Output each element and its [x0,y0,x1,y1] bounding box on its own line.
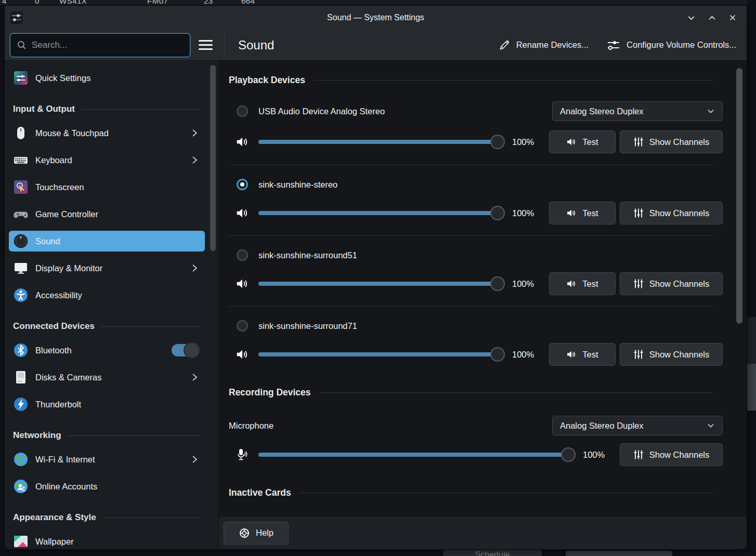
window-title: Sound — System Settings [5,13,747,22]
mic-volume-slider[interactable] [258,447,576,462]
configure-volume-controls-button[interactable]: Configure Volume Controls... [606,38,736,52]
device-row-microphone: Microphone Analog Stereo Duplex [229,416,723,435]
bluetooth-toggle[interactable] [172,344,199,356]
device-name: Microphone [229,421,273,431]
sidebar-item-keyboard[interactable]: Keyboard [9,150,205,170]
footer-bar: Help [219,516,747,549]
chevron-right-icon [191,155,199,165]
chevron-down-icon [707,421,715,430]
sidebar-item-wifi-internet[interactable]: Wi-Fi & Internet [9,449,205,470]
sidebar-item-mouse-touchpad[interactable]: Mouse & Touchpad [9,123,205,143]
show-channels-button[interactable]: Show Channels [620,343,723,366]
slider-groove[interactable] [258,282,499,286]
bg-text: 664 [241,0,255,5]
slider-groove[interactable] [258,140,499,144]
volume-percent: 100% [512,137,539,147]
help-button[interactable]: Help [224,522,289,545]
slider-handle[interactable] [561,447,576,462]
default-device-radio[interactable] [237,320,248,332]
slider-groove[interactable] [258,211,499,215]
search-input[interactable] [32,40,184,50]
content-scrollbar-thumb[interactable] [736,68,742,324]
slider-handle[interactable] [490,206,505,220]
sidebar-item-accessibility[interactable]: Accessibility [9,285,205,306]
bg-text: 23 [204,0,213,5]
close-button[interactable] [728,13,737,22]
show-channels-button[interactable]: Show Channels [620,443,723,466]
speaker-icon [566,279,577,289]
page-title: Sound [238,38,274,52]
hard-drive-icon [13,369,29,385]
main-panel: Playback Devices USB Audio Device Analog… [219,61,747,549]
chevron-down-icon [707,107,715,115]
sidebar-item-touchscreen[interactable]: Touchscreen [9,177,205,197]
speaker-icon [566,137,577,147]
sidebar-item-display-monitor[interactable]: Display & Monitor [9,258,205,279]
schedule-label: Schedule [475,550,510,556]
sound-settings-content: Playback Devices USB Audio Device Analog… [219,61,747,516]
speaker-icon [566,208,577,218]
menu-button[interactable] [199,37,215,54]
show-channels-button[interactable]: Show Channels [620,130,723,153]
slider-handle[interactable] [490,276,505,291]
volume-percent: 100% [512,350,539,360]
channels-icon [633,449,644,460]
minimize-button[interactable] [686,13,696,22]
background-window-fragment [747,317,756,364]
volume-knob-icon [13,233,29,249]
gamepad-icon [13,206,29,222]
sidebar-scrollbar[interactable] [210,64,216,546]
toolbar: Sound Rename Devices... Configure Volume… [5,30,747,61]
volume-slider[interactable] [258,276,505,291]
titlebar: Sound — System Settings [5,6,747,30]
test-button[interactable]: Test [549,130,616,153]
sidebar-item-bluetooth[interactable]: Bluetooth [9,340,205,361]
chevron-right-icon [191,263,199,273]
microphone-icon [236,448,250,461]
sidebar-item-disks-cameras[interactable]: Disks & Cameras [9,367,205,388]
search-box[interactable] [10,33,190,57]
profile-dropdown[interactable]: Analog Stereo Duplex [552,101,723,121]
device-row-surround51: sink-sunshine-surround51 [237,245,723,265]
sidebar-section-input-output: Input & Output [13,104,201,114]
profile-dropdown[interactable]: Analog Stereo Duplex [552,416,723,435]
device-name: sink-sunshine-surround51 [258,250,357,260]
sidebar-item-label: Quick Settings [35,73,90,83]
test-button[interactable]: Test [549,343,616,366]
monitor-icon [13,260,29,276]
sidebar-item-sound[interactable]: Sound [9,231,205,251]
volume-slider[interactable] [258,206,505,220]
sidebar-item-thunderbolt[interactable]: Thunderbolt [9,394,205,415]
volume-slider[interactable] [258,347,505,362]
sidebar-item-quick-settings[interactable]: Quick Settings [9,68,205,88]
quick-settings-icon [13,70,29,86]
maximize-button[interactable] [707,13,716,22]
device-row-usb-audio: USB Audio Device Analog Stereo Analog St… [237,101,723,121]
accessibility-icon [13,287,29,303]
slider-handle[interactable] [490,347,505,362]
default-device-radio-checked[interactable] [237,179,248,190]
chevron-right-icon [191,373,199,382]
channels-icon [633,349,644,360]
volume-slider[interactable] [258,135,505,149]
test-button[interactable]: Test [549,272,616,295]
show-channels-button[interactable]: Show Channels [620,272,723,295]
default-device-radio[interactable] [237,105,248,117]
sidebar-item-game-controller[interactable]: Game Controller [9,204,205,224]
sidebar-scrollbar-thumb[interactable] [210,65,216,251]
default-device-radio[interactable] [237,249,248,261]
window-controls [686,13,747,22]
mouse-icon [13,125,29,141]
slider-groove[interactable] [258,352,499,356]
globe-icon [13,452,29,467]
rename-devices-button[interactable]: Rename Devices... [498,39,589,51]
show-channels-button[interactable]: Show Channels [620,202,723,224]
volume-row: 100% Test Show Channels [236,272,723,295]
slider-handle[interactable] [490,135,505,149]
divider [229,306,713,307]
test-button[interactable]: Test [549,202,616,224]
sidebar-item-wallpaper[interactable]: Wallpaper [9,531,205,549]
slider-groove[interactable] [258,453,569,457]
sidebar-item-online-accounts[interactable]: Online Accounts [9,476,205,497]
keyboard-icon [13,152,29,168]
